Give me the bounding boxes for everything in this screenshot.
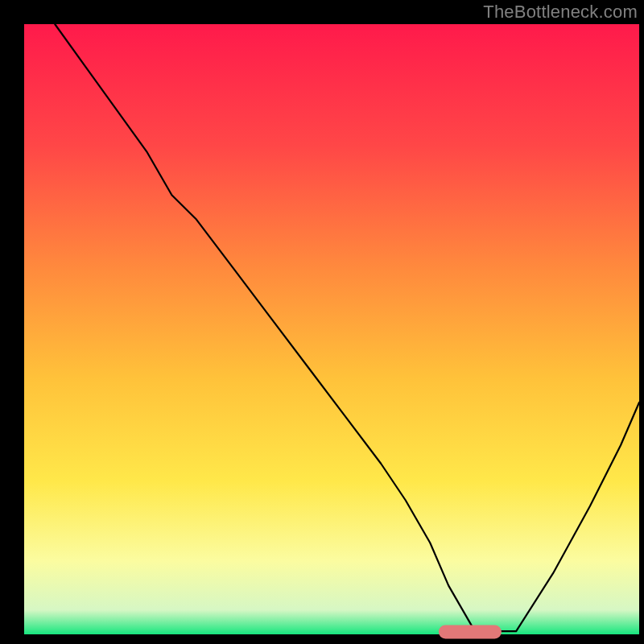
bottleneck-plot [0,0,644,644]
chart-container: TheBottleneck.com [0,0,644,644]
